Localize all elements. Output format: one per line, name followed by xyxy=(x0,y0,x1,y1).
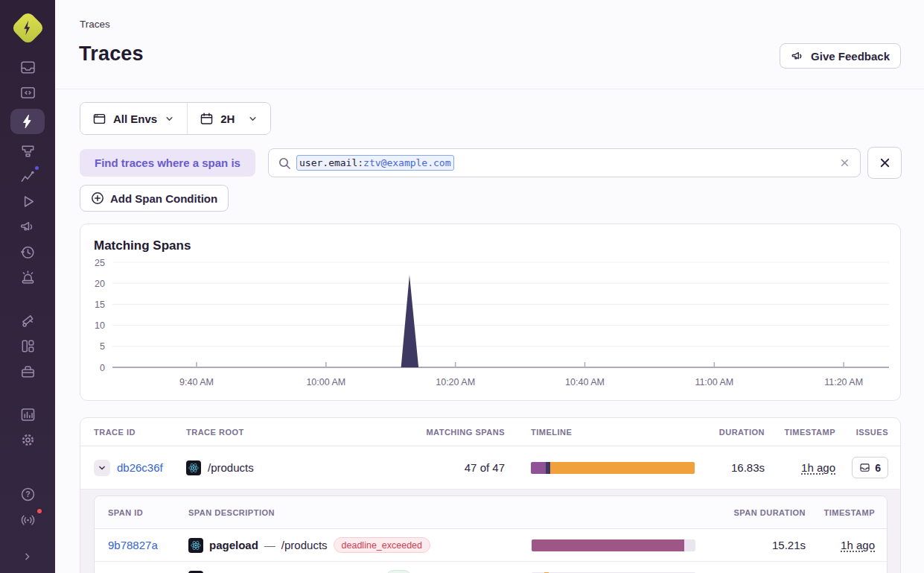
sidebar-item-history[interactable] xyxy=(10,243,45,261)
siren-icon xyxy=(19,269,36,286)
span-search-input[interactable]: user.email:ztv@example.com xyxy=(268,148,861,177)
trace-timeline-bar[interactable] xyxy=(531,462,695,474)
megaphone-icon xyxy=(791,49,805,63)
sidebar-item-stats[interactable] xyxy=(10,405,45,423)
separator-dash: — xyxy=(264,539,275,551)
span-timeline-bar[interactable] xyxy=(532,539,695,551)
col-span-id: Span ID xyxy=(108,508,188,517)
dashboards-icon xyxy=(19,338,36,355)
expanded-trace-region: Span ID Span Description Span Duration T… xyxy=(80,490,900,573)
span-row: 9b78827a pageload — /products deadline_e… xyxy=(95,529,887,562)
sidebar-item-feedback[interactable] xyxy=(10,218,45,235)
add-span-condition-button[interactable]: Add Span Condition xyxy=(80,185,229,212)
app-logo-diamond xyxy=(10,10,45,45)
svg-text:?: ? xyxy=(25,490,30,498)
chevron-down-icon xyxy=(164,113,175,124)
traces-lightning-icon xyxy=(19,113,36,130)
sidebar-item-explore[interactable] xyxy=(10,83,45,101)
collapse-trace-button[interactable] xyxy=(94,460,110,476)
history-clock-icon xyxy=(19,244,36,261)
span-row: b7a7e441 GO http.server — GET /organizat… xyxy=(95,562,887,573)
sidebar-item-projects[interactable] xyxy=(10,142,45,159)
col-trace-id: Trace ID xyxy=(94,428,186,437)
search-icon xyxy=(278,156,291,170)
col-span-duration: Span Duration xyxy=(695,508,806,517)
clear-search-button[interactable] xyxy=(838,156,851,169)
calendar-icon xyxy=(200,112,214,126)
svg-text:25: 25 xyxy=(95,258,105,268)
span-timestamp[interactable]: 1h ago xyxy=(841,539,875,551)
svg-text:10:20 AM: 10:20 AM xyxy=(436,377,475,387)
trace-id-link[interactable]: db26c36f xyxy=(117,461,163,474)
col-trace-root: Trace Root xyxy=(186,428,373,437)
app-logo[interactable] xyxy=(10,10,45,45)
sidebar-item-insights[interactable] xyxy=(10,167,45,185)
stats-icon xyxy=(19,406,36,423)
span-operation: pageload xyxy=(209,539,258,551)
col-span-description: Span Description xyxy=(188,508,532,517)
span-status-badge: ok xyxy=(386,570,412,573)
sidebar-item-dashboards[interactable] xyxy=(10,337,45,355)
matching-spans-panel: Matching Spans 05101520259:40 AM10:00 AM… xyxy=(80,224,901,401)
chevron-down-icon xyxy=(97,463,107,473)
play-icon xyxy=(19,193,36,210)
trace-duration: 16.83s xyxy=(708,461,765,474)
trace-row: db26c36f /products 47 of 47 16.83s 1h ag… xyxy=(80,446,900,490)
timeline-segment xyxy=(532,539,684,551)
breadcrumb[interactable]: Traces xyxy=(80,19,110,30)
chevron-down-icon xyxy=(247,113,258,124)
svg-text:0: 0 xyxy=(100,363,105,373)
token-value: ztv@example.com xyxy=(363,157,450,168)
svg-text:9:40 AM: 9:40 AM xyxy=(179,377,214,387)
time-range-filter[interactable]: 2H xyxy=(188,103,270,134)
svg-text:20: 20 xyxy=(95,279,105,289)
sidebar-item-settings[interactable] xyxy=(10,431,45,449)
col-timeline: Timeline xyxy=(531,428,708,437)
col-issues: Issues xyxy=(835,428,888,437)
traces-table-header: Trace ID Trace Root Matching Spans Timel… xyxy=(80,418,900,446)
sidebar-nav xyxy=(10,58,45,449)
megaphone-icon xyxy=(19,218,36,235)
remove-condition-button[interactable] xyxy=(867,147,902,179)
environment-filter[interactable]: All Envs xyxy=(80,103,187,134)
timeline-segment xyxy=(546,462,551,474)
svg-text:11:00 AM: 11:00 AM xyxy=(695,377,733,387)
lightning-logo-icon xyxy=(19,19,37,37)
sidebar-item-traces[interactable] xyxy=(10,109,45,134)
sidebar-item-help[interactable]: ? xyxy=(10,485,45,503)
folder-code-icon xyxy=(19,84,36,101)
span-id-link[interactable]: 9b78827a xyxy=(108,539,158,551)
trace-issues-button[interactable]: 6 xyxy=(852,457,888,478)
gear-icon xyxy=(19,431,36,449)
sidebar-item-discover[interactable] xyxy=(10,311,45,329)
page-filter-bar: All Envs 2H xyxy=(80,102,271,135)
sidebar-item-replays[interactable] xyxy=(10,192,45,210)
svg-text:5: 5 xyxy=(100,341,105,352)
time-range-label: 2H xyxy=(220,113,235,125)
col-duration: Duration xyxy=(708,428,765,437)
close-icon xyxy=(838,156,851,169)
collapse-sidebar-button[interactable] xyxy=(10,548,45,566)
traces-page: ? Traces Traces Give Feedback xyxy=(0,0,924,573)
timeline-segment xyxy=(550,462,695,474)
help-icon: ? xyxy=(19,486,36,503)
react-project-icon xyxy=(186,460,201,475)
matching-spans-chart[interactable]: 05101520259:40 AM10:00 AM10:20 AM10:40 A… xyxy=(80,224,902,402)
traces-table-panel: Trace ID Trace Root Matching Spans Timel… xyxy=(80,417,901,573)
svg-text:10:00 AM: 10:00 AM xyxy=(306,377,345,387)
sidebar-item-broadcasts[interactable] xyxy=(10,510,45,528)
sidebar-item-releases[interactable] xyxy=(10,362,45,380)
broadcasts-notification-dot xyxy=(36,507,43,515)
svg-text:10: 10 xyxy=(95,320,105,331)
give-feedback-label: Give Feedback xyxy=(811,50,890,63)
matching-spans-count: 47 of 47 xyxy=(373,461,531,474)
insights-notification-dot xyxy=(34,165,40,171)
sidebar-item-alerts[interactable] xyxy=(10,268,45,286)
give-feedback-button[interactable]: Give Feedback xyxy=(780,43,901,69)
add-span-condition-label: Add Span Condition xyxy=(110,192,217,205)
trace-timestamp[interactable]: 1h ago xyxy=(801,461,835,474)
search-filter-token[interactable]: user.email:ztv@example.com xyxy=(296,155,454,171)
token-key: user.email: xyxy=(299,157,363,168)
span-duration: 15.21s xyxy=(695,539,806,551)
sidebar-item-issues[interactable] xyxy=(10,58,45,76)
